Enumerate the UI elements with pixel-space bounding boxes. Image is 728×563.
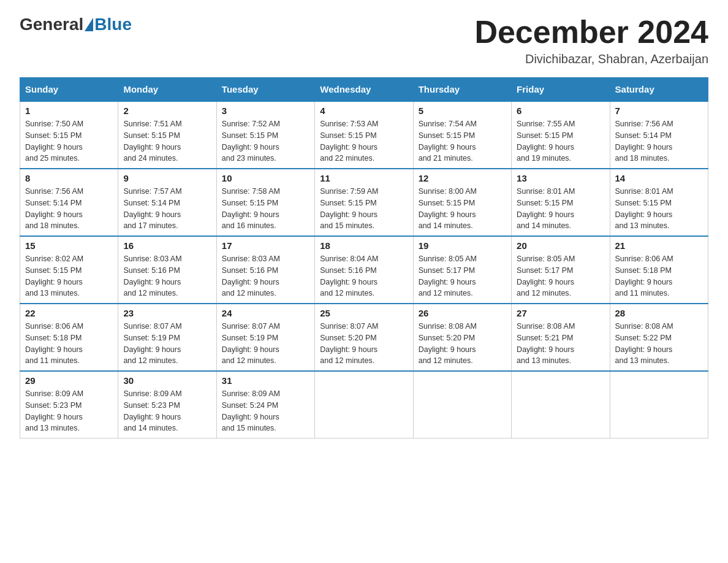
calendar-cell: 30Sunrise: 8:09 AMSunset: 5:23 PMDayligh… bbox=[118, 371, 216, 439]
day-info: Sunrise: 8:07 AMSunset: 5:19 PMDaylight:… bbox=[222, 321, 309, 367]
calendar-cell bbox=[610, 371, 708, 439]
calendar-cell: 21Sunrise: 8:06 AMSunset: 5:18 PMDayligh… bbox=[610, 236, 708, 304]
day-number: 27 bbox=[517, 308, 604, 318]
day-info: Sunrise: 7:51 AMSunset: 5:15 PMDaylight:… bbox=[123, 118, 211, 164]
day-info: Sunrise: 8:04 AMSunset: 5:16 PMDaylight:… bbox=[320, 253, 408, 299]
day-number: 11 bbox=[320, 173, 408, 183]
day-number: 7 bbox=[615, 105, 703, 116]
calendar-cell: 15Sunrise: 8:02 AMSunset: 5:15 PMDayligh… bbox=[20, 236, 118, 304]
day-number: 2 bbox=[123, 105, 211, 116]
day-info: Sunrise: 8:01 AMSunset: 5:15 PMDaylight:… bbox=[615, 186, 703, 232]
day-number: 23 bbox=[123, 308, 211, 318]
calendar-cell bbox=[413, 371, 511, 439]
week-row-4: 22Sunrise: 8:06 AMSunset: 5:18 PMDayligh… bbox=[20, 304, 708, 371]
day-info: Sunrise: 8:07 AMSunset: 5:19 PMDaylight:… bbox=[123, 321, 211, 367]
calendar-cell: 9Sunrise: 7:57 AMSunset: 5:14 PMDaylight… bbox=[118, 169, 216, 236]
day-number: 19 bbox=[419, 240, 506, 251]
day-number: 8 bbox=[25, 173, 113, 183]
day-number: 4 bbox=[320, 105, 408, 116]
calendar-cell: 1Sunrise: 7:50 AMSunset: 5:15 PMDaylight… bbox=[20, 101, 118, 169]
day-number: 12 bbox=[419, 173, 506, 183]
day-info: Sunrise: 7:52 AMSunset: 5:15 PMDaylight:… bbox=[222, 118, 309, 164]
day-number: 18 bbox=[320, 240, 408, 251]
header: General Blue December 2024 Divichibazar,… bbox=[20, 15, 708, 66]
day-number: 10 bbox=[222, 173, 309, 183]
weekday-header-friday: Friday bbox=[512, 78, 610, 102]
calendar-cell: 26Sunrise: 8:08 AMSunset: 5:20 PMDayligh… bbox=[413, 304, 511, 371]
calendar-cell: 20Sunrise: 8:05 AMSunset: 5:17 PMDayligh… bbox=[512, 236, 610, 304]
calendar-cell: 13Sunrise: 8:01 AMSunset: 5:15 PMDayligh… bbox=[512, 169, 610, 236]
day-number: 1 bbox=[25, 105, 113, 116]
weekday-header-sunday: Sunday bbox=[20, 78, 118, 102]
month-title: December 2024 bbox=[474, 15, 708, 50]
day-info: Sunrise: 7:59 AMSunset: 5:15 PMDaylight:… bbox=[320, 186, 408, 232]
calendar-cell bbox=[315, 371, 413, 439]
day-info: Sunrise: 7:56 AMSunset: 5:14 PMDaylight:… bbox=[615, 118, 703, 164]
week-row-3: 15Sunrise: 8:02 AMSunset: 5:15 PMDayligh… bbox=[20, 236, 708, 304]
day-info: Sunrise: 8:06 AMSunset: 5:18 PMDaylight:… bbox=[615, 253, 703, 299]
day-info: Sunrise: 8:08 AMSunset: 5:22 PMDaylight:… bbox=[615, 321, 703, 367]
logo-general-text: General bbox=[20, 15, 83, 34]
calendar-cell: 19Sunrise: 8:05 AMSunset: 5:17 PMDayligh… bbox=[413, 236, 511, 304]
day-info: Sunrise: 7:53 AMSunset: 5:15 PMDaylight:… bbox=[320, 118, 408, 164]
day-number: 16 bbox=[123, 240, 211, 251]
weekday-header-wednesday: Wednesday bbox=[315, 78, 413, 102]
calendar-cell: 4Sunrise: 7:53 AMSunset: 5:15 PMDaylight… bbox=[315, 101, 413, 169]
day-info: Sunrise: 8:09 AMSunset: 5:24 PMDaylight:… bbox=[222, 388, 309, 434]
calendar-cell: 16Sunrise: 8:03 AMSunset: 5:16 PMDayligh… bbox=[118, 236, 216, 304]
day-number: 3 bbox=[222, 105, 309, 116]
day-number: 17 bbox=[222, 240, 309, 251]
calendar-cell: 17Sunrise: 8:03 AMSunset: 5:16 PMDayligh… bbox=[216, 236, 314, 304]
day-info: Sunrise: 8:05 AMSunset: 5:17 PMDaylight:… bbox=[517, 253, 604, 299]
logo-blue-text: Blue bbox=[94, 15, 132, 34]
calendar-cell: 25Sunrise: 8:07 AMSunset: 5:20 PMDayligh… bbox=[315, 304, 413, 371]
calendar-table: SundayMondayTuesdayWednesdayThursdayFrid… bbox=[20, 77, 708, 439]
day-info: Sunrise: 7:55 AMSunset: 5:15 PMDaylight:… bbox=[517, 118, 604, 164]
calendar-cell: 2Sunrise: 7:51 AMSunset: 5:15 PMDaylight… bbox=[118, 101, 216, 169]
day-number: 14 bbox=[615, 173, 703, 183]
logo-triangle-icon bbox=[85, 18, 93, 31]
calendar-cell: 28Sunrise: 8:08 AMSunset: 5:22 PMDayligh… bbox=[610, 304, 708, 371]
day-info: Sunrise: 8:01 AMSunset: 5:15 PMDaylight:… bbox=[517, 186, 604, 232]
day-info: Sunrise: 7:58 AMSunset: 5:15 PMDaylight:… bbox=[222, 186, 309, 232]
day-info: Sunrise: 8:09 AMSunset: 5:23 PMDaylight:… bbox=[25, 388, 113, 434]
day-info: Sunrise: 8:09 AMSunset: 5:23 PMDaylight:… bbox=[123, 388, 211, 434]
calendar-cell: 8Sunrise: 7:56 AMSunset: 5:14 PMDaylight… bbox=[20, 169, 118, 236]
day-number: 31 bbox=[222, 375, 309, 386]
day-info: Sunrise: 8:07 AMSunset: 5:20 PMDaylight:… bbox=[320, 321, 408, 367]
calendar-cell bbox=[512, 371, 610, 439]
calendar-cell: 24Sunrise: 8:07 AMSunset: 5:19 PMDayligh… bbox=[216, 304, 314, 371]
calendar-cell: 12Sunrise: 8:00 AMSunset: 5:15 PMDayligh… bbox=[413, 169, 511, 236]
day-number: 28 bbox=[615, 308, 703, 318]
calendar-cell: 10Sunrise: 7:58 AMSunset: 5:15 PMDayligh… bbox=[216, 169, 314, 236]
day-number: 15 bbox=[25, 240, 113, 251]
logo: General Blue bbox=[20, 15, 132, 34]
day-info: Sunrise: 8:02 AMSunset: 5:15 PMDaylight:… bbox=[25, 253, 113, 299]
day-number: 5 bbox=[419, 105, 506, 116]
weekday-header-row: SundayMondayTuesdayWednesdayThursdayFrid… bbox=[20, 78, 708, 102]
day-number: 13 bbox=[517, 173, 604, 183]
title-area: December 2024 Divichibazar, Shabran, Aze… bbox=[474, 15, 708, 66]
location-title: Divichibazar, Shabran, Azerbaijan bbox=[474, 52, 708, 66]
day-info: Sunrise: 7:57 AMSunset: 5:14 PMDaylight:… bbox=[123, 186, 211, 232]
day-info: Sunrise: 8:05 AMSunset: 5:17 PMDaylight:… bbox=[419, 253, 506, 299]
day-number: 22 bbox=[25, 308, 113, 318]
day-info: Sunrise: 8:03 AMSunset: 5:16 PMDaylight:… bbox=[123, 253, 211, 299]
day-info: Sunrise: 8:08 AMSunset: 5:21 PMDaylight:… bbox=[517, 321, 604, 367]
calendar-cell: 7Sunrise: 7:56 AMSunset: 5:14 PMDaylight… bbox=[610, 101, 708, 169]
calendar-cell: 22Sunrise: 8:06 AMSunset: 5:18 PMDayligh… bbox=[20, 304, 118, 371]
day-number: 29 bbox=[25, 375, 113, 386]
week-row-1: 1Sunrise: 7:50 AMSunset: 5:15 PMDaylight… bbox=[20, 101, 708, 169]
calendar-cell: 3Sunrise: 7:52 AMSunset: 5:15 PMDaylight… bbox=[216, 101, 314, 169]
calendar-cell: 29Sunrise: 8:09 AMSunset: 5:23 PMDayligh… bbox=[20, 371, 118, 439]
day-info: Sunrise: 8:08 AMSunset: 5:20 PMDaylight:… bbox=[419, 321, 506, 367]
weekday-header-thursday: Thursday bbox=[413, 78, 511, 102]
day-number: 25 bbox=[320, 308, 408, 318]
calendar-cell: 11Sunrise: 7:59 AMSunset: 5:15 PMDayligh… bbox=[315, 169, 413, 236]
calendar-cell: 5Sunrise: 7:54 AMSunset: 5:15 PMDaylight… bbox=[413, 101, 511, 169]
day-number: 20 bbox=[517, 240, 604, 251]
day-info: Sunrise: 7:54 AMSunset: 5:15 PMDaylight:… bbox=[419, 118, 506, 164]
calendar-cell: 14Sunrise: 8:01 AMSunset: 5:15 PMDayligh… bbox=[610, 169, 708, 236]
day-number: 26 bbox=[419, 308, 506, 318]
weekday-header-monday: Monday bbox=[118, 78, 216, 102]
